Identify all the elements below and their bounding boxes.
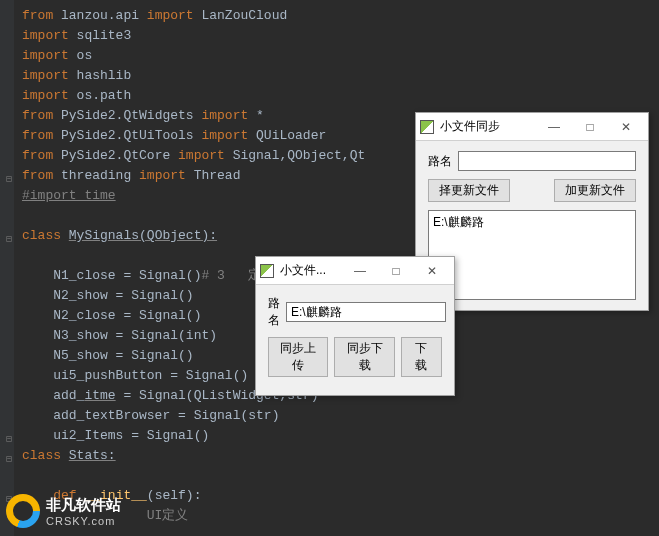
titlebar[interactable]: 小文件... — □ ✕ <box>256 257 454 285</box>
path-label: 路名 <box>268 295 280 329</box>
list-item[interactable]: E:\麒麟路 <box>433 213 631 232</box>
maximize-button[interactable]: □ <box>378 259 414 283</box>
watermark-title: 非凡软件站 <box>46 496 121 515</box>
close-button[interactable]: ✕ <box>608 115 644 139</box>
class-mysignals: MySignals(QObject): <box>69 228 217 243</box>
watermark-url: CRSKY.com <box>46 515 121 527</box>
minimize-button[interactable]: — <box>536 115 572 139</box>
select-new-file-button[interactable]: 择更新文件 <box>428 179 510 202</box>
watermark: 非凡软件站 CRSKY.com <box>6 494 121 528</box>
maximize-button[interactable]: □ <box>572 115 608 139</box>
path-label: 路名 <box>428 153 452 170</box>
app-icon <box>260 264 274 278</box>
watermark-logo-icon <box>6 494 40 528</box>
titlebar[interactable]: 小文件同步 — □ ✕ <box>416 113 648 141</box>
app-icon <box>420 120 434 134</box>
dialog-sync-small[interactable]: 小文件... — □ ✕ 路名 同步上传 同步下载 下载 <box>255 256 455 396</box>
sync-upload-button[interactable]: 同步上传 <box>268 337 328 377</box>
window-title: 小文件... <box>280 262 326 279</box>
path-input[interactable] <box>458 151 636 171</box>
file-list[interactable]: E:\麒麟路 <box>428 210 636 300</box>
window-title: 小文件同步 <box>440 118 500 135</box>
close-button[interactable]: ✕ <box>414 259 450 283</box>
add-new-file-button[interactable]: 加更新文件 <box>554 179 636 202</box>
kw-from: from <box>22 8 61 23</box>
class-stats: Stats: <box>69 448 116 463</box>
sync-download-button[interactable]: 同步下载 <box>334 337 394 377</box>
download-button[interactable]: 下载 <box>401 337 442 377</box>
path-input[interactable] <box>286 302 446 322</box>
minimize-button[interactable]: — <box>342 259 378 283</box>
commented-import: #import time <box>22 188 116 203</box>
